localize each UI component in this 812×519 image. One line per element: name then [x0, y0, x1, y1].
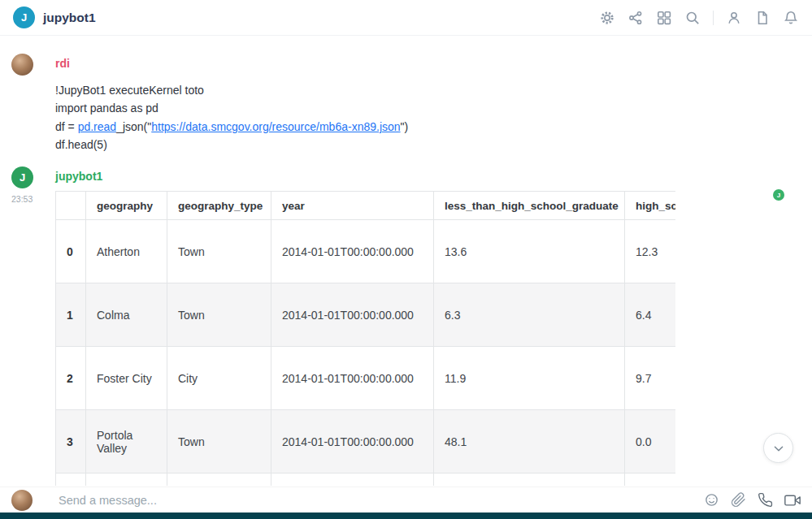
cell-high-school: 6.4 — [625, 283, 676, 347]
table-header-row: geography geography_type year less_than_… — [56, 192, 676, 220]
chevron-down-icon — [770, 439, 788, 457]
header-index — [56, 192, 86, 220]
message-composer — [0, 487, 812, 513]
message-text-line: df.head(5) — [55, 136, 812, 154]
settings-gear-icon[interactable] — [599, 10, 615, 26]
code-text: ") — [401, 120, 409, 133]
search-icon[interactable] — [684, 10, 701, 26]
cell-high-school: 0.0 — [625, 410, 676, 474]
video-call-icon[interactable] — [784, 492, 801, 508]
cell-geography-type: Town — [167, 410, 271, 474]
code-link[interactable]: pd.read — [78, 120, 116, 133]
cell-geography: Foster City — [86, 347, 167, 410]
chat-app: J jupybot1 — [0, 0, 812, 519]
cell-geography-type: Town — [167, 283, 271, 347]
cell-empty — [271, 474, 434, 487]
composer-actions — [704, 492, 801, 508]
cell-less-than-hs: 48.1 — [434, 410, 625, 474]
cell-index: 2 — [56, 347, 86, 410]
table-row: 1 Colma Town 2014-01-01T00:00:00.000 6.3… — [56, 283, 676, 347]
header-high-school: high_sc — [625, 192, 676, 220]
cell-geography-type: Town — [167, 220, 271, 283]
cell-geography: Colma — [86, 283, 167, 347]
bot-avatar[interactable]: J — [11, 167, 33, 188]
cell-high-school: 12.3 — [625, 220, 676, 283]
table-row: 3 Portola Valley Town 2014-01-01T00:00:0… — [56, 410, 676, 474]
header-less-than-hs: less_than_high_school_graduate — [434, 192, 625, 220]
notifications-bell-icon[interactable] — [783, 10, 799, 26]
cell-geography: Atherton — [86, 220, 167, 283]
cell-year: 2014-01-01T00:00:00.000 — [271, 220, 434, 283]
cell-empty — [434, 474, 625, 487]
unread-indicator-badge: J — [773, 189, 784, 201]
attachment-paperclip-icon[interactable] — [731, 492, 746, 508]
user-avatar[interactable] — [11, 54, 33, 76]
emoji-icon[interactable] — [704, 492, 719, 508]
channel-avatar[interactable]: J — [13, 6, 35, 28]
bottom-status-bar — [0, 513, 812, 519]
cell-year: 2014-01-01T00:00:00.000 — [271, 283, 434, 347]
cell-geography: Portola Valley — [86, 410, 167, 474]
phone-call-icon[interactable] — [758, 492, 773, 508]
dataframe-table-container[interactable]: geography geography_type year less_than_… — [55, 191, 675, 486]
cell-empty — [56, 474, 86, 487]
message-input[interactable] — [57, 493, 694, 508]
cell-year: 2014-01-01T00:00:00.000 — [271, 347, 434, 410]
cell-index: 3 — [56, 410, 86, 474]
cell-high-school: 9.7 — [625, 347, 676, 410]
table-row-partial — [56, 474, 676, 487]
cell-year: 2014-01-01T00:00:00.000 — [271, 410, 434, 474]
members-icon[interactable] — [726, 10, 742, 26]
code-text: df = — [55, 120, 78, 133]
files-icon[interactable] — [754, 10, 771, 26]
header-divider — [713, 11, 714, 25]
message-text-line: !JupyBot1 executeKernel toto — [55, 81, 812, 99]
message-author[interactable]: rdi — [55, 57, 812, 71]
cell-empty — [167, 474, 271, 487]
table-row: 2 Foster City City 2014-01-01T00:00:00.0… — [56, 347, 676, 410]
cell-empty — [86, 474, 167, 487]
message-timestamp: 23:53 — [11, 194, 33, 204]
header-geography-type: geography_type — [167, 192, 271, 220]
message-jupybot1: J 23:53 jupybot1 geography — [0, 167, 812, 486]
cell-index: 0 — [56, 220, 86, 283]
message-author[interactable]: jupybot1 — [55, 170, 812, 184]
message-rdi: rdi !JupyBot1 executeKernel toto import … — [0, 54, 812, 154]
message-text-line: import pandas as pd — [55, 99, 812, 117]
cell-index: 1 — [56, 283, 86, 347]
header-actions — [599, 10, 799, 26]
jump-to-bottom-button[interactable] — [763, 433, 793, 463]
message-text-line: df = pd.read_json("https://data.smcgov.o… — [55, 118, 812, 136]
dataframe-table: geography geography_type year less_than_… — [55, 191, 675, 486]
cell-less-than-hs: 11.9 — [434, 347, 625, 410]
code-text: _json(" — [116, 120, 151, 133]
cell-geography-type: City — [167, 347, 271, 410]
table-row: 0 Atherton Town 2014-01-01T00:00:00.000 … — [56, 220, 676, 283]
message-list[interactable]: rdi !JupyBot1 executeKernel toto import … — [0, 36, 812, 487]
share-icon[interactable] — [627, 10, 644, 26]
channel-title: jupybot1 — [43, 11, 96, 25]
cell-less-than-hs: 6.3 — [434, 283, 625, 347]
cell-less-than-hs: 13.6 — [434, 220, 625, 283]
url-link[interactable]: https://data.smcgov.org/resource/mb6a-xn… — [151, 120, 400, 133]
current-user-avatar[interactable] — [11, 490, 33, 511]
header-year: year — [271, 192, 434, 220]
header-geography: geography — [86, 192, 167, 220]
channel-header: J jupybot1 — [0, 0, 812, 36]
apps-grid-icon[interactable] — [656, 10, 672, 26]
cell-empty — [625, 474, 676, 487]
